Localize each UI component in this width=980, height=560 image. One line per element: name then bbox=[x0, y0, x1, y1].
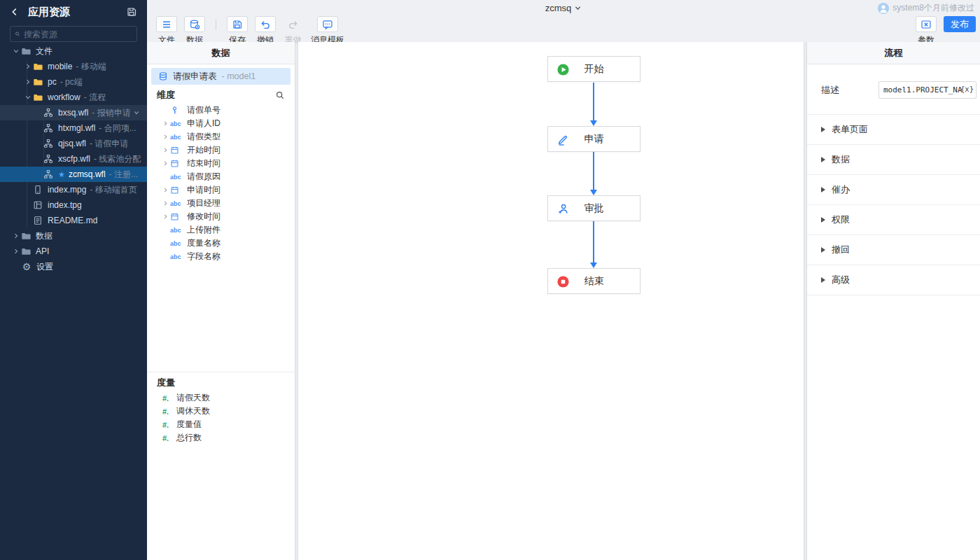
tree-item-readme[interactable]: README.md bbox=[0, 213, 147, 228]
chevron-right-icon[interactable] bbox=[162, 214, 169, 220]
description-input[interactable] bbox=[878, 81, 976, 99]
tree-item-xscfp[interactable]: xscfp.wfl - 线索池分配 bbox=[0, 151, 147, 167]
redo-icon bbox=[283, 16, 304, 32]
dimensions-header: 维度 bbox=[147, 90, 295, 101]
approver-icon bbox=[557, 203, 569, 215]
tree-item-qjsq[interactable]: qjsq.wfl - 请假申请 bbox=[0, 136, 147, 151]
chevron-right-icon[interactable] bbox=[162, 160, 169, 167]
resource-sidebar: 应用资源 文件 mobile - 移动端 p bbox=[0, 0, 147, 560]
chevron-right-icon[interactable] bbox=[162, 187, 169, 193]
search-icon bbox=[15, 29, 20, 38]
chevron-down-icon[interactable] bbox=[133, 109, 140, 116]
tree-item-workflow[interactable]: workflow - 流程 bbox=[0, 90, 147, 105]
dimension-item[interactable]: abc 上传附件 bbox=[147, 223, 295, 237]
dimension-item[interactable]: 申请时间 bbox=[147, 183, 295, 197]
caret-right-icon bbox=[821, 187, 825, 192]
dimension-item[interactable]: abc 申请人ID bbox=[147, 117, 295, 130]
tree-item-data[interactable]: 数据 bbox=[0, 228, 147, 244]
search-icon[interactable] bbox=[275, 90, 285, 100]
tree-item-mobile[interactable]: mobile - 移动端 bbox=[0, 59, 147, 74]
chevron-down-icon[interactable] bbox=[24, 94, 31, 101]
measure-item[interactable]: #. 度量值 bbox=[147, 418, 295, 431]
caret-right-icon bbox=[821, 217, 825, 223]
tree-item-index-tpg[interactable]: index.tpg bbox=[0, 197, 147, 213]
model-suffix: - model1 bbox=[222, 71, 256, 81]
abc-icon: abc bbox=[170, 174, 181, 181]
tree-item-zcmsq[interactable]: ★ zcmsq.wfl - 注册... bbox=[0, 167, 147, 182]
start-icon bbox=[557, 64, 569, 76]
chevron-right-icon[interactable] bbox=[162, 120, 169, 127]
properties-panel: 流程 描述 {x} 表单页面 数据 催办 权限 撤回 bbox=[806, 42, 980, 560]
node-start[interactable]: 开始 bbox=[547, 56, 640, 82]
folder-icon bbox=[21, 46, 31, 56]
tree-item-files[interactable]: 文件 bbox=[0, 43, 147, 59]
section-withdraw[interactable]: 撤回 bbox=[807, 235, 980, 265]
chevron-right-icon[interactable] bbox=[162, 147, 169, 153]
dimension-item[interactable]: abc 度量名称 bbox=[147, 237, 295, 250]
app-root: 文件 数据 保存 撤销 bbox=[0, 0, 980, 560]
dimension-item[interactable]: abc 字段名称 bbox=[147, 250, 295, 263]
measure-item[interactable]: #. 总行数 bbox=[147, 431, 295, 444]
template-page-icon bbox=[33, 200, 43, 210]
model-item[interactable]: 请假申请表 - model1 bbox=[151, 68, 290, 85]
chevron-right-icon[interactable] bbox=[13, 232, 20, 239]
model-name-dropdown[interactable]: zcmsq bbox=[545, 3, 582, 13]
dimension-item[interactable]: abc 请假类型 bbox=[147, 130, 295, 144]
end-icon bbox=[557, 276, 569, 288]
variable-icon bbox=[916, 16, 937, 32]
workflow-canvas[interactable]: 开始 申请 审批 结束 bbox=[298, 42, 804, 560]
tree-item-api[interactable]: API bbox=[0, 244, 147, 259]
search-input[interactable] bbox=[24, 29, 132, 39]
mobile-page-icon bbox=[33, 185, 43, 195]
abc-icon: abc bbox=[170, 240, 181, 247]
save-icon bbox=[227, 16, 248, 32]
save-all-icon[interactable] bbox=[126, 6, 137, 18]
node-approve[interactable]: 审批 bbox=[547, 195, 640, 221]
node-apply[interactable]: 申请 bbox=[547, 126, 640, 152]
tree-item-htxmgl[interactable]: htxmgl.wfl - 合同项... bbox=[0, 120, 147, 136]
resource-search-box bbox=[10, 26, 137, 42]
publish-button[interactable]: 发布 bbox=[944, 16, 976, 32]
node-end[interactable]: 结束 bbox=[547, 268, 640, 294]
section-permission[interactable]: 权限 bbox=[807, 205, 980, 235]
tree-item-bxsq[interactable]: bxsq.wfl - 报销申请 bbox=[0, 105, 147, 120]
chevron-down-icon[interactable] bbox=[13, 48, 20, 55]
number-icon: #. bbox=[162, 394, 176, 402]
dimension-item[interactable]: 开始时间 bbox=[147, 144, 295, 157]
measures-list: #. 请假天数 #. 调休天数 #. 度量值 #. 总行数 bbox=[147, 391, 295, 444]
dimensions-list: 请假单号 abc 申请人ID abc 请假类型 开始时间 结束时间 bbox=[147, 104, 295, 263]
number-icon: #. bbox=[162, 421, 176, 429]
tree-item-settings[interactable]: ⚙ 设置 bbox=[0, 259, 147, 274]
message-icon bbox=[317, 16, 338, 32]
section-data[interactable]: 数据 bbox=[807, 145, 980, 175]
folder-icon bbox=[33, 77, 43, 87]
chevron-right-icon[interactable] bbox=[24, 78, 31, 85]
measure-item[interactable]: #. 调休天数 bbox=[147, 405, 295, 418]
last-modified-text: system8个月前修改过 bbox=[892, 2, 974, 14]
dimension-item[interactable]: 结束时间 bbox=[147, 157, 295, 170]
dimension-item[interactable]: 修改时间 bbox=[147, 210, 295, 223]
tree-item-pc[interactable]: pc - pc端 bbox=[0, 74, 147, 90]
dimension-item[interactable]: 请假单号 bbox=[147, 104, 295, 117]
calendar-icon bbox=[170, 146, 179, 155]
caret-right-icon bbox=[821, 157, 825, 162]
measures-title: 度量 bbox=[157, 377, 285, 389]
section-advanced[interactable]: 高级 bbox=[807, 265, 980, 295]
chevron-right-icon[interactable] bbox=[162, 200, 169, 206]
workflow-file-icon bbox=[43, 108, 53, 118]
database-icon bbox=[184, 16, 205, 32]
section-form-page[interactable]: 表单页面 bbox=[807, 115, 980, 145]
dimension-item[interactable]: abc 项目经理 bbox=[147, 197, 295, 210]
tree-item-index-mpg[interactable]: index.mpg - 移动端首页 bbox=[0, 182, 147, 197]
measure-item[interactable]: #. 请假天数 bbox=[147, 391, 295, 405]
calendar-icon bbox=[170, 212, 179, 221]
section-remind[interactable]: 催办 bbox=[807, 175, 980, 205]
workflow-file-icon bbox=[43, 139, 53, 148]
chevron-right-icon[interactable] bbox=[162, 134, 169, 140]
model-name: zcmsq bbox=[545, 3, 572, 13]
dimension-item[interactable]: abc 请假原因 bbox=[147, 170, 295, 183]
chevron-right-icon[interactable] bbox=[24, 63, 31, 70]
back-icon[interactable] bbox=[10, 7, 20, 17]
chevron-right-icon[interactable] bbox=[13, 248, 20, 255]
folder-icon bbox=[33, 62, 43, 71]
